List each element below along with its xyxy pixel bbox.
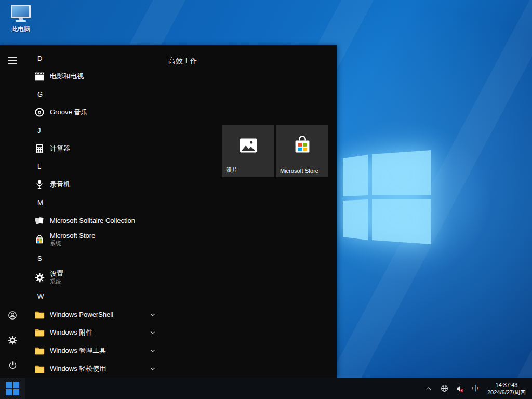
folder-label: Windows 轻松使用 [50,364,106,374]
letter-label: J [37,127,41,135]
desktop-icon-label: 此电脑 [11,25,30,34]
app-list-letter-s[interactable]: S [25,249,161,268]
folder-label: Windows 管理工具 [50,346,106,355]
network-button[interactable] [436,378,452,399]
clock[interactable]: 14:37:43 2024/6/27/周四 [483,378,532,399]
user-icon [7,310,18,321]
app-item-groove-music[interactable]: Groove 音乐 [25,103,161,122]
folder-item-windows-accessories[interactable]: Windows 附件 [25,324,161,342]
app-label: 电影和电视 [50,72,84,81]
folder-icon [33,363,46,375]
app-item-solitaire[interactable]: Microsoft Solitaire Collection [25,211,161,230]
power-button[interactable] [0,353,25,378]
solitaire-icon [33,215,46,227]
app-list-letter-w[interactable]: W [25,288,161,306]
tile-microsoft-store[interactable]: Microsoft Store [276,125,328,177]
app-list-letter-j[interactable]: J [25,122,161,140]
folder-icon [33,326,46,339]
calculator-icon [33,142,46,155]
letter-label: S [37,255,42,262]
app-sublabel: 系统 [50,278,63,286]
computer-monitor-icon [9,4,32,24]
network-globe-icon [440,384,449,393]
app-label: Microsoft Solitaire Collection [50,217,135,224]
app-list-letter-l[interactable]: L [25,157,161,176]
movies-tv-icon [33,70,46,83]
windows-logo-wallpaper [320,132,444,252]
app-item-calculator[interactable]: 计算器 [25,139,161,157]
store-icon [33,233,46,246]
app-list-letter-g[interactable]: G [25,85,161,103]
chevron-down-icon [150,312,156,318]
system-tray: 中 14:37:43 2024/6/27/周四 [421,378,532,399]
photos-icon [236,134,260,159]
hamburger-icon [8,57,17,64]
chevron-down-icon [150,348,156,354]
desktop-icon-this-pc[interactable]: 此电脑 [5,4,36,34]
letter-label: M [37,198,43,206]
screen: 此电脑 [0,0,532,399]
app-list-letter-d[interactable]: D [25,49,161,68]
clock-date: 2024/6/27/周四 [487,389,526,396]
start-menu: D 电影和电视 G [0,45,337,378]
app-item-settings[interactable]: 设置 系统 [25,268,161,288]
show-hidden-icons-button[interactable] [421,378,436,399]
folder-item-windows-admin-tools[interactable]: Windows 管理工具 [25,342,161,360]
folder-item-windows-powershell[interactable]: Windows PowerShell [25,305,161,324]
windows-flag-icon [6,382,19,395]
folder-label: Windows PowerShell [50,311,113,318]
tile-photos[interactable]: 照片 [222,125,274,177]
letter-label: D [37,55,42,62]
power-icon [8,361,18,370]
volume-button[interactable] [452,378,468,399]
app-item-microsoft-store[interactable]: Microsoft Store 系统 [25,230,161,250]
letter-label: G [37,90,43,98]
voice-recorder-icon [33,178,46,191]
gear-icon [7,335,18,345]
app-label: Microsoft Store [50,232,95,240]
folder-icon [33,309,46,321]
chevron-down-icon [150,366,156,372]
ime-label: 中 [469,384,482,393]
clock-time: 14:37:43 [487,381,526,389]
store-icon [290,134,314,159]
expand-menu-button[interactable] [0,48,25,73]
ime-indicator[interactable]: 中 [468,378,483,399]
app-label: 设置 [50,270,63,278]
start-menu-app-list: D 电影和电视 G [25,45,161,378]
tile-group-title[interactable]: 高效工作 [168,57,197,66]
app-label: Groove 音乐 [50,108,87,117]
app-item-movies-tv[interactable]: 电影和电视 [25,68,161,86]
app-label: 计算器 [50,144,70,153]
folder-item-windows-ease-of-access[interactable]: Windows 轻松使用 [25,360,161,378]
chevron-down-icon [150,329,156,336]
start-menu-rail [0,45,25,378]
letter-label: L [37,163,41,170]
taskbar: 中 14:37:43 2024/6/27/周四 [0,378,532,399]
user-account-button[interactable] [0,303,25,328]
app-sublabel: 系统 [50,240,95,247]
letter-label: W [37,292,44,300]
gear-icon [33,271,46,284]
folder-label: Windows 附件 [50,328,92,337]
app-label: 录音机 [50,180,70,189]
volume-muted-icon [455,384,464,393]
tile-label: 照片 [226,166,237,174]
folder-icon [33,344,46,357]
settings-button[interactable] [0,328,25,353]
start-button[interactable] [0,378,25,399]
app-list-letter-m[interactable]: M [25,194,161,212]
chevron-up-icon [425,385,432,392]
app-item-voice-recorder[interactable]: 录音机 [25,176,161,194]
tile-label: Microsoft Store [280,168,318,174]
groove-icon [33,106,46,118]
